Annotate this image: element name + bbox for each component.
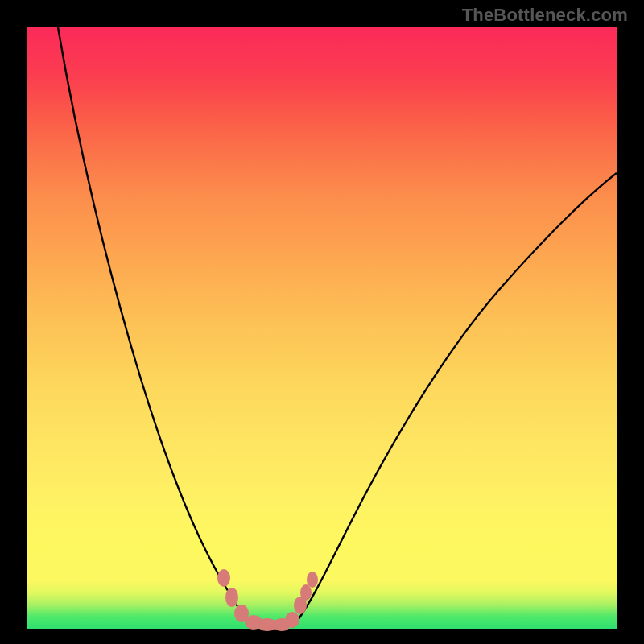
marker-dot <box>307 572 318 588</box>
chart-canvas: TheBottleneck.com <box>0 0 644 644</box>
marker-dot <box>225 588 238 607</box>
marker-group <box>217 569 318 631</box>
marker-dot <box>300 584 312 601</box>
attribution-watermark: TheBottleneck.com <box>462 5 628 26</box>
marker-dot <box>217 569 230 587</box>
marker-dot <box>285 612 299 628</box>
curve-overlay <box>0 0 644 644</box>
right-curve <box>292 173 617 627</box>
left-curve <box>58 27 256 627</box>
